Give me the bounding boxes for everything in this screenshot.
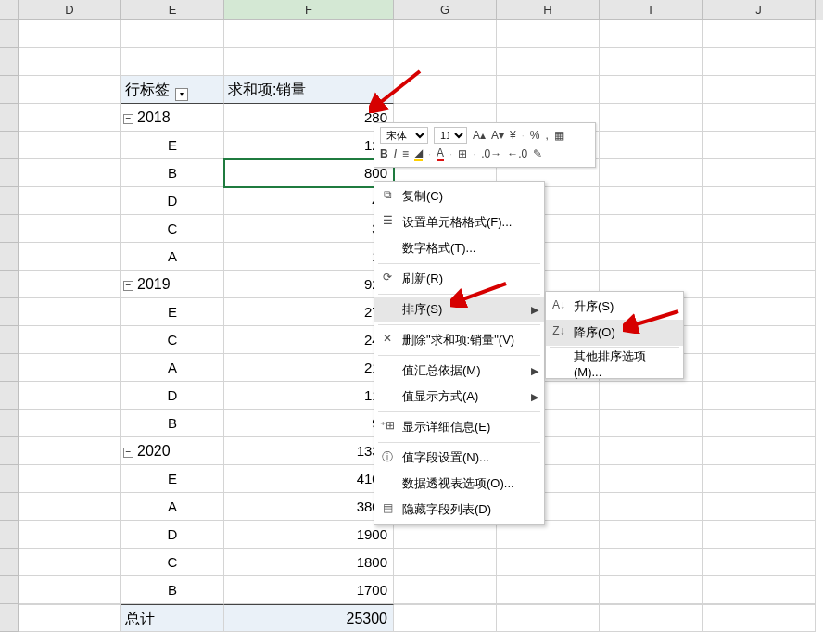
ctx-label: 值显示方式(A) [402,388,478,405]
collapse-icon[interactable]: − [123,281,133,291]
cell-value[interactable]: 3800 [224,493,394,521]
pivot-item[interactable]: E [121,298,224,326]
col-header-E[interactable]: E [121,0,224,20]
currency-icon[interactable]: ¥ [510,129,516,142]
corner-cell[interactable] [0,0,19,20]
pivot-item[interactable]: A [121,354,224,382]
ctx-copy[interactable]: ⧉复制(C) [374,183,544,209]
details-icon: ⁺⊞ [380,419,395,434]
col-header-F[interactable]: F [224,0,394,20]
ctx-show-details[interactable]: ⁺⊞显示详细信息(E) [374,414,544,440]
cell-value[interactable]: 120 [224,132,394,159]
cell-value[interactable]: 240 [224,326,394,354]
cell-value[interactable]: 1700 [224,576,394,604]
pivot-item[interactable]: D [121,521,224,549]
pivot-item[interactable]: A [121,243,224,271]
ctx-label: 删除"求和项:销量"(V) [402,332,514,348]
align-icon[interactable]: ≡ [402,147,409,160]
pivot-item[interactable]: C [121,215,224,243]
values-header-text: 求和项:销量 [228,82,306,97]
sort-desc[interactable]: Z↓降序(O) [546,320,683,346]
ctx-label: 隐藏字段列表(D) [402,501,491,518]
ctx-label: 值字段设置(N)... [402,449,489,466]
bold-icon[interactable]: B [380,147,388,160]
pivot-item[interactable]: E [121,465,224,493]
increase-decimal-icon[interactable]: .0→ [481,147,501,160]
cell-value[interactable]: 110 [224,382,394,410]
pivot-item[interactable]: E [121,132,224,159]
font-color-icon[interactable]: A [437,146,444,161]
col-header-I[interactable]: I [600,0,703,20]
borders-icon[interactable]: ▦ [554,129,564,142]
ctx-remove-field[interactable]: ✕删除"求和项:销量"(V) [374,327,544,353]
row-labels-header[interactable]: 行标签 ▾ [121,76,224,104]
cell-value[interactable]: 4100 [224,465,394,493]
sort-more-options[interactable]: 其他排序选项(M)... [546,350,683,376]
col-header-H[interactable]: H [497,0,600,20]
cell-value[interactable]: 1330 [224,437,394,465]
year-group-2019[interactable]: −2019 [121,271,224,298]
ctx-summarize-by[interactable]: 值汇总依据(M)▶ [374,358,544,384]
cell-value[interactable]: 10 [224,243,394,271]
year-group-2018[interactable]: −2018 [121,104,224,132]
mini-format-toolbar: 宋体 11 A▴ A▾ ¥· % , ▦ B I ≡ ◢· A· ⊞· .0→ … [374,122,596,168]
pivot-item[interactable]: C [121,326,224,354]
cell-value[interactable]: 270 [224,298,394,326]
ctx-sort[interactable]: 排序(S)▶ [374,297,544,322]
row-labels-filter-icon[interactable]: ▾ [175,88,188,101]
comma-icon[interactable]: , [545,129,548,142]
values-header[interactable]: 求和项:销量 [224,76,394,104]
italic-icon[interactable]: I [394,147,397,160]
pivot-item[interactable]: D [121,187,224,215]
ctx-number-format[interactable]: 数字格式(T)... [374,235,544,261]
ctx-label: 数字格式(T)... [402,240,475,257]
cell-value[interactable]: 280 [224,104,394,132]
delete-icon: ✕ [380,332,395,347]
pivot-item[interactable]: B [121,410,224,437]
ctx-label: 数据透视表选项(O)... [402,475,514,492]
decrease-font-icon[interactable]: A▾ [491,129,504,142]
increase-font-icon[interactable]: A▴ [473,129,486,142]
col-header-J[interactable]: J [703,0,816,20]
fill-color-icon[interactable]: ◢ [414,146,423,161]
cell-value[interactable]: 210 [224,354,394,382]
pivot-item[interactable]: B [121,576,224,604]
pivot-item[interactable]: C [121,549,224,576]
year-group-2020[interactable]: −2020 [121,437,224,465]
ctx-label: 排序(S) [402,301,442,318]
cell-value[interactable]: 90 [224,410,394,437]
sort-asc[interactable]: A↓升序(S) [546,294,683,320]
ctx-label: 降序(O) [574,324,615,341]
total-value[interactable]: 25300 [224,604,394,632]
percent-icon[interactable]: % [530,129,540,142]
ctx-field-settings[interactable]: ⓘ值字段设置(N)... [374,445,544,471]
border-icon[interactable]: ⊞ [458,147,467,160]
format-cells-icon: ☰ [380,214,395,229]
format-painter-icon[interactable]: ✎ [533,147,542,160]
total-label[interactable]: 总计 [121,604,224,632]
col-header-D[interactable]: D [19,0,121,20]
selected-cell[interactable]: 800 [224,159,394,187]
font-size-dropdown[interactable]: 11 [434,127,467,144]
cell-value[interactable]: 1900 [224,521,394,549]
submenu-arrow-icon: ▶ [531,304,538,316]
cell-value[interactable]: 30 [224,215,394,243]
ctx-hide-field-list[interactable]: ▤隐藏字段列表(D) [374,497,544,523]
ctx-pivot-options[interactable]: 数据透视表选项(O)... [374,471,544,497]
collapse-icon[interactable]: − [123,114,133,124]
pivot-item[interactable]: B [121,159,224,187]
ctx-label: 设置单元格格式(F)... [402,214,512,231]
collapse-icon[interactable]: − [123,448,133,458]
ctx-refresh[interactable]: ⟳刷新(R) [374,266,544,292]
cell-value[interactable]: 1800 [224,549,394,576]
decrease-decimal-icon[interactable]: ←.0 [507,147,527,160]
ctx-format-cells[interactable]: ☰设置单元格格式(F)... [374,209,544,235]
cell-value[interactable]: 920 [224,271,394,298]
column-headers: D E F G H I J [0,0,823,20]
cell-value[interactable]: 40 [224,187,394,215]
pivot-item[interactable]: A [121,493,224,521]
pivot-item[interactable]: D [121,382,224,410]
font-name-dropdown[interactable]: 宋体 [380,127,428,144]
ctx-show-values-as[interactable]: 值显示方式(A)▶ [374,384,544,410]
col-header-G[interactable]: G [394,0,497,20]
